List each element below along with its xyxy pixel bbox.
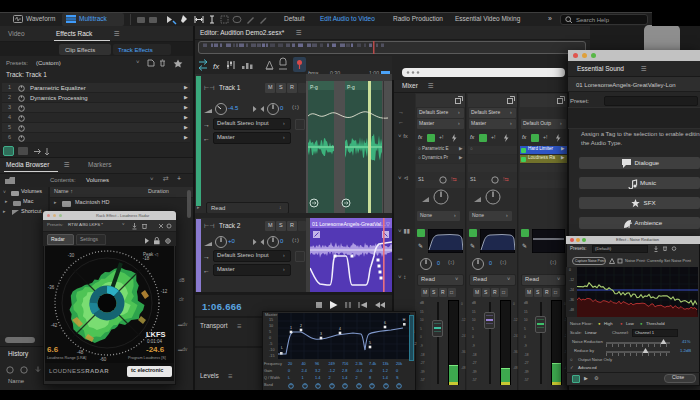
svg-text:-12: -12 <box>161 289 168 294</box>
svg-text:01 LonesomeAngels-GreatVal...: 01 LonesomeAngels-GreatVal... <box>312 221 385 227</box>
svg-text:6: 6 <box>384 321 386 325</box>
svg-text:4: 4 <box>339 327 341 331</box>
svg-text:Peak ◁: Peak ◁ <box>143 252 159 257</box>
svg-text:▽: ▽ <box>386 221 390 227</box>
svg-text:L: L <box>281 346 283 350</box>
svg-text:2: 2 <box>300 324 302 328</box>
svg-text:fx: fx <box>213 62 220 71</box>
svg-text:1: 1 <box>290 326 292 330</box>
svg-text:3: 3 <box>320 332 322 336</box>
svg-text:-60: -60 <box>100 357 107 362</box>
svg-text:-30: -30 <box>68 253 75 258</box>
svg-text:P-g: P-g <box>310 84 318 90</box>
svg-text:-48: -48 <box>77 350 84 355</box>
svg-text:P-g: P-g <box>347 84 355 90</box>
svg-text:5: 5 <box>369 341 371 345</box>
svg-text:-42: -42 <box>51 323 58 328</box>
svg-text:-36: -36 <box>48 285 55 290</box>
